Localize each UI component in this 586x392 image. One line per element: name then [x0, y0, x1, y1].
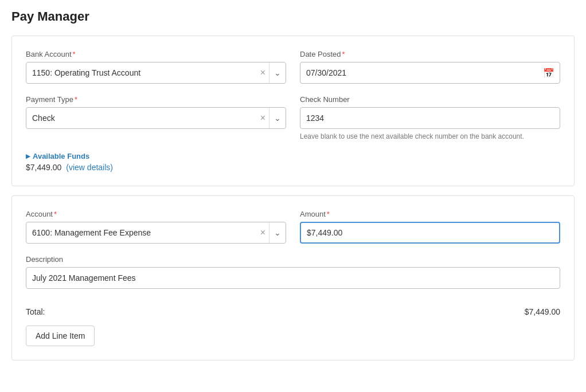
check-number-group: Check Number Leave blank to use the next…	[300, 95, 560, 140]
date-posted-input[interactable]	[300, 62, 560, 84]
date-posted-group: Date Posted* 📅	[300, 50, 560, 84]
payment-type-chevron-icon[interactable]: ⌄	[269, 108, 286, 128]
date-posted-required: *	[342, 50, 345, 58]
bank-account-chevron-icon[interactable]: ⌄	[269, 62, 286, 83]
view-details-link[interactable]: (view details)	[66, 163, 113, 172]
payment-type-clear-icon[interactable]: ×	[257, 113, 269, 123]
funds-amount: $7,449.00	[26, 163, 61, 172]
bank-account-select[interactable]: 1150: Operating Trust Account × ⌄	[26, 62, 286, 84]
description-group: Description	[26, 255, 560, 289]
total-value: $7,449.00	[525, 307, 560, 316]
bank-account-label: Bank Account*	[26, 50, 286, 58]
total-label: Total:	[26, 307, 45, 316]
check-number-hint: Leave blank to use the next available ch…	[300, 132, 560, 140]
account-select[interactable]: 6100: Management Fee Expense × ⌄	[26, 222, 286, 244]
bank-account-value: 1150: Operating Trust Account	[26, 68, 257, 77]
first-row: Bank Account* 1150: Operating Trust Acco…	[26, 50, 560, 84]
account-required: *	[54, 210, 57, 218]
payment-type-group: Payment Type* Check × ⌄	[26, 95, 286, 140]
payment-type-label: Payment Type*	[26, 95, 286, 104]
date-posted-wrapper: 📅	[300, 62, 560, 84]
description-input[interactable]	[26, 267, 560, 289]
account-clear-icon[interactable]: ×	[257, 228, 269, 237]
account-group: Account* 6100: Management Fee Expense × …	[26, 210, 286, 244]
amount-label: Amount*	[300, 210, 560, 218]
available-funds-header: ▶ Available Funds	[26, 152, 560, 160]
payment-details-card: Bank Account* 1150: Operating Trust Acco…	[11, 36, 575, 186]
amount-required: *	[327, 210, 330, 218]
amount-group: Amount*	[300, 210, 560, 244]
account-amount-row: Account* 6100: Management Fee Expense × …	[26, 210, 560, 244]
check-number-label: Check Number	[300, 95, 560, 104]
description-label: Description	[26, 255, 560, 264]
bank-account-clear-icon[interactable]: ×	[257, 68, 269, 77]
date-posted-label: Date Posted*	[300, 50, 560, 58]
available-funds-section: ▶ Available Funds $7,449.00 (view detail…	[26, 152, 560, 172]
check-number-input[interactable]	[300, 107, 560, 129]
bank-account-required: *	[73, 50, 76, 58]
amount-input[interactable]	[300, 222, 560, 244]
payment-type-value: Check	[26, 113, 257, 123]
payment-type-required: *	[75, 95, 77, 104]
bank-account-group: Bank Account* 1150: Operating Trust Acco…	[26, 50, 286, 84]
calendar-icon[interactable]: 📅	[543, 68, 554, 79]
line-item-card: Account* 6100: Management Fee Expense × …	[11, 195, 575, 360]
account-value: 6100: Management Fee Expense	[26, 228, 257, 237]
second-row: Payment Type* Check × ⌄ Check Number Lea…	[26, 95, 560, 140]
total-row: Total: $7,449.00	[26, 300, 560, 326]
triangle-icon: ▶	[26, 153, 30, 159]
payment-type-select[interactable]: Check × ⌄	[26, 107, 286, 129]
account-chevron-icon[interactable]: ⌄	[269, 222, 286, 243]
page-title: Pay Manager	[11, 9, 575, 24]
add-line-item-button[interactable]: Add Line Item	[26, 326, 95, 346]
available-funds-label-text: Available Funds	[33, 152, 89, 160]
account-label: Account*	[26, 210, 286, 218]
funds-row: $7,449.00 (view details)	[26, 163, 560, 172]
